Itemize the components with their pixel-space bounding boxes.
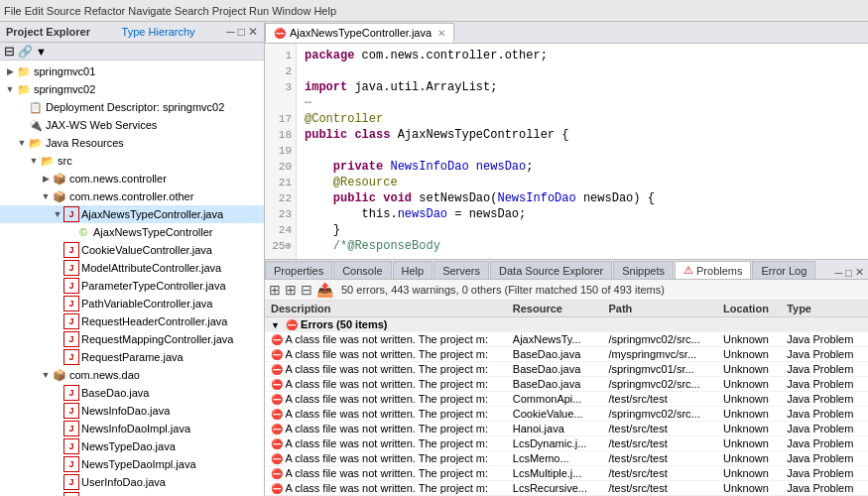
- cell-path: /myspringmvc/sr...: [602, 347, 717, 362]
- label-ajax-class: AjaxNewsTypeController: [93, 226, 212, 238]
- cell-resource: LcsRecursive...: [507, 481, 603, 496]
- project-explorer-title: Project Explorer: [6, 26, 90, 38]
- table-row[interactable]: ⛔ A class file was not written. The proj…: [265, 407, 868, 422]
- cell-desc: ⛔ A class file was not written. The proj…: [265, 436, 507, 451]
- tab-type-hierarchy[interactable]: Type Hierarchy: [118, 26, 199, 38]
- tree-item-deployment[interactable]: 📋 Deployment Descriptor: springmvc02: [0, 98, 264, 116]
- tree-item-ajax-controller[interactable]: ▼ J AjaxNewsTypeController.java: [0, 205, 264, 223]
- code-line-21: @Resource: [305, 175, 860, 190]
- tree-item-com-news-controller-other[interactable]: ▼ 📦 com.news.controller.other: [0, 187, 264, 205]
- java-newsinfodaoimpl-icon: J: [63, 421, 79, 436]
- table-row[interactable]: ⛔ A class file was not written. The proj…: [265, 481, 868, 496]
- tree-menu-icon[interactable]: ▼: [36, 46, 47, 58]
- tree-item-springmvc02[interactable]: ▼ 📁 springmvc02: [0, 80, 264, 98]
- table-row[interactable]: ⛔ A class file was not written. The proj…: [265, 377, 868, 392]
- tree-area[interactable]: ▶ 📁 springmvc01 ▼ 📁 springmvc02 📋 Dep: [0, 61, 264, 496]
- tree-item-header-controller[interactable]: J RequestHeaderController.java: [0, 312, 264, 330]
- row-error-icon: ⛔: [271, 483, 283, 494]
- tree-item-newstypedaoimpl[interactable]: J NewsTypeDaoImpl.java: [0, 455, 264, 473]
- tab-errorlog[interactable]: Error Log: [752, 261, 815, 279]
- tree-item-request-param[interactable]: J RequestParame.java: [0, 348, 264, 366]
- tree-item-com-news-dao[interactable]: ▼ 📦 com.news.dao: [0, 366, 264, 384]
- maximize-bottom-icon[interactable]: □: [845, 267, 852, 279]
- tree-item-java-resources[interactable]: ▼ 📂 Java Resources: [0, 134, 264, 152]
- label-springmvc02: springmvc02: [34, 83, 95, 95]
- cell-resource: BaseDao.java: [507, 377, 603, 392]
- label-param-controller: ParameterTypeController.java: [81, 280, 226, 292]
- package-dao-icon: 📦: [52, 367, 67, 383]
- table-row[interactable]: ⛔ A class file was not written. The proj…: [265, 392, 868, 407]
- label-userinfodao: UserInfoDao.java: [81, 476, 166, 488]
- arrow-springmvc01: ▶: [4, 66, 16, 76]
- tab-properties[interactable]: Properties: [265, 261, 332, 279]
- java-userinfodao-icon: J: [63, 474, 79, 490]
- cell-type: Java Problem: [781, 392, 868, 407]
- tree-item-springmvc01[interactable]: ▶ 📁 springmvc01: [0, 62, 264, 80]
- tree-item-ajax-class[interactable]: © AjaxNewsTypeController: [0, 223, 264, 241]
- tree-item-path-controller[interactable]: J PathVariableController.java: [0, 295, 264, 312]
- tree-item-newstypedao[interactable]: J NewsTypeDao.java: [0, 437, 264, 455]
- tree-item-jaxws[interactable]: 🔌 JAX-WS Web Services: [0, 116, 264, 134]
- error-table[interactable]: Description Resource Path Location Type …: [265, 301, 868, 496]
- tree-item-src[interactable]: ▼ 📂 src: [0, 152, 264, 170]
- tab-snippets[interactable]: Snippets: [613, 261, 674, 279]
- tab-datasource[interactable]: Data Source Explorer: [490, 261, 612, 279]
- editor-tab-ajax[interactable]: ⛔ AjaxNewsTypeController.java ✕: [265, 23, 454, 43]
- collapse-all-icon[interactable]: ⊟: [4, 44, 15, 59]
- table-row[interactable]: ⛔ A class file was not written. The proj…: [265, 347, 868, 362]
- cell-type: Java Problem: [781, 436, 868, 451]
- label-path-controller: PathVariableController.java: [81, 298, 212, 310]
- export-icon[interactable]: 📤: [316, 282, 333, 298]
- label-deployment: Deployment Descriptor: springmvc02: [46, 101, 224, 113]
- tab-problems[interactable]: ⚠ Problems: [675, 261, 751, 279]
- tree-item-com-news-controller[interactable]: ▶ 📦 com.news.controller: [0, 170, 264, 187]
- tree-item-cookie-controller[interactable]: J CookieValueController.java: [0, 241, 264, 259]
- maximize-icon[interactable]: □: [238, 25, 245, 39]
- collapse-errors-icon[interactable]: ⊟: [301, 282, 312, 298]
- tree-item-userinfodaoimpl[interactable]: J UserInfoDaoImpl.java: [0, 491, 264, 496]
- tree-item-userinfodao[interactable]: J UserInfoDao.java: [0, 473, 264, 491]
- java-error-icon-3: J: [63, 260, 79, 276]
- editor-content[interactable]: 1 2 3 17 18 19 20 21 22 23 24 25⊕ packag…: [265, 44, 868, 259]
- code-line-gap: ⋯: [305, 95, 860, 111]
- cell-location: Unknown: [717, 422, 781, 436]
- cell-path: /springmvc02/src...: [602, 377, 717, 392]
- cell-desc: ⛔ A class file was not written. The proj…: [265, 377, 507, 392]
- tree-item-newsinfodao[interactable]: J NewsInfoDao.java: [0, 402, 264, 420]
- table-row[interactable]: ⛔ A class file was not written. The proj…: [265, 436, 868, 451]
- tab-close-button[interactable]: ✕: [437, 28, 445, 39]
- table-row[interactable]: ⛔ A class file was not written. The proj…: [265, 466, 868, 481]
- cell-resource: BaseDao.java: [507, 347, 603, 362]
- close-icon[interactable]: ✕: [248, 25, 258, 39]
- col-type: Type: [781, 301, 868, 317]
- minimize-icon[interactable]: ─: [226, 25, 235, 39]
- cell-path: /springmvc02/src...: [602, 407, 717, 422]
- table-row[interactable]: ⛔ A class file was not written. The proj…: [265, 451, 868, 466]
- cell-desc: ⛔ A class file was not written. The proj…: [265, 347, 507, 362]
- label-src: src: [58, 155, 72, 167]
- tab-servers[interactable]: Servers: [434, 261, 489, 279]
- close-bottom-icon[interactable]: ✕: [855, 266, 864, 279]
- tree-item-basedao[interactable]: J BaseDao.java: [0, 384, 264, 402]
- link-with-editor-icon[interactable]: 🔗: [18, 45, 33, 59]
- minimize-bottom-icon[interactable]: ─: [835, 267, 843, 279]
- table-row[interactable]: ⛔ A class file was not written. The proj…: [265, 332, 868, 347]
- col-resource: Resource: [507, 301, 603, 317]
- tab-console[interactable]: Console: [333, 261, 391, 279]
- row-error-icon: ⛔: [271, 438, 283, 449]
- table-row[interactable]: ⛔ A class file was not written. The proj…: [265, 362, 868, 377]
- filter-icon[interactable]: ⊞: [269, 282, 281, 298]
- project-icon: 📁: [16, 63, 32, 79]
- expand-all-icon[interactable]: ⊞: [285, 282, 297, 298]
- error-section-header[interactable]: ▼ ⛔ Errors (50 items): [265, 317, 868, 332]
- table-row[interactable]: ⛔ A class file was not written. The proj…: [265, 422, 868, 436]
- tree-item-mapping-controller[interactable]: J RequestMappingController.java: [0, 330, 264, 348]
- panel-header: Project Explorer Type Hierarchy ─ □ ✕: [0, 22, 264, 43]
- tree-item-param-controller[interactable]: J ParameterTypeController.java: [0, 277, 264, 295]
- arrow-java-resources: ▼: [16, 138, 28, 148]
- tree-item-model-controller[interactable]: J ModelAttributeController.java: [0, 259, 264, 277]
- code-line-25: /*@ResponseBody: [305, 238, 860, 254]
- tree-item-newsinfodaoimpl[interactable]: J NewsInfoDaoImpl.java: [0, 420, 264, 437]
- tab-help[interactable]: Help: [393, 261, 434, 279]
- label-com-news-controller: com.news.controller: [69, 173, 167, 185]
